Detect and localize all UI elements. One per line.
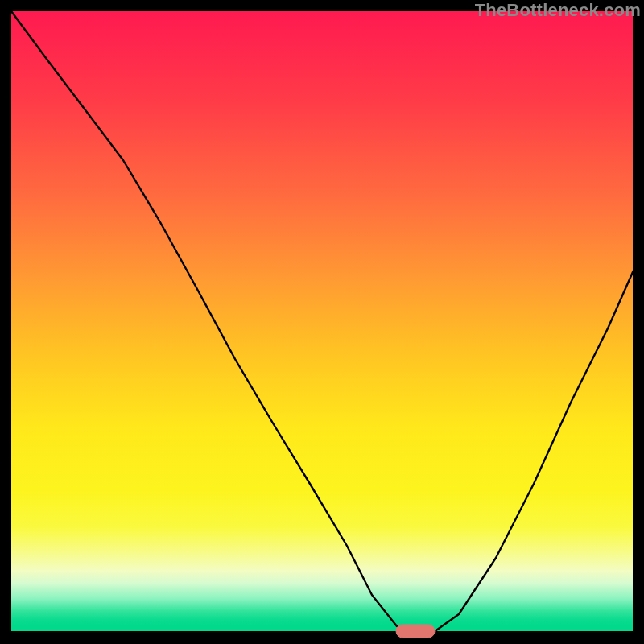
curve-svg	[11, 11, 633, 633]
plot-area	[11, 11, 633, 633]
optimal-range-marker	[396, 625, 435, 638]
chart-stage: TheBottleneck.com	[0, 0, 644, 644]
watermark-text: TheBottleneck.com	[475, 0, 641, 21]
bottleneck-curve	[11, 11, 633, 632]
